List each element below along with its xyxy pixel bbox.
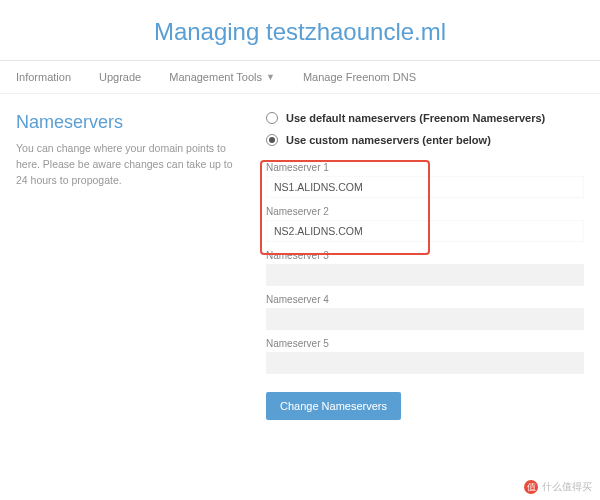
change-nameservers-button[interactable]: Change Nameservers [266,392,401,420]
nameserver-4-input[interactable] [266,308,584,330]
sidebar-info: Nameservers You can change where your do… [16,112,246,420]
tab-upgrade[interactable]: Upgrade [99,71,141,83]
section-title: Nameservers [16,112,246,133]
nameserver-label: Nameserver 1 [266,162,584,173]
tab-management-tools-label: Management Tools [169,71,262,83]
tab-bar: Information Upgrade Management Tools ▼ M… [0,61,600,94]
tab-information[interactable]: Information [16,71,71,83]
form-panel: Use default nameservers (Freenom Nameser… [266,112,584,420]
radio-default-nameservers[interactable]: Use default nameservers (Freenom Nameser… [266,112,584,124]
tab-manage-freenom-dns[interactable]: Manage Freenom DNS [303,71,416,83]
nameserver-2-input[interactable] [266,220,584,242]
watermark: 值 什么值得买 [524,480,592,494]
radio-icon [266,112,278,124]
nameserver-item: Nameserver 3 [266,250,584,286]
nameserver-list: Nameserver 1 Nameserver 2 Nameserver 3 N… [266,162,584,374]
radio-custom-nameservers[interactable]: Use custom nameservers (enter below) [266,134,584,146]
content-area: Nameservers You can change where your do… [0,94,600,420]
nameserver-item: Nameserver 2 [266,206,584,242]
nameserver-label: Nameserver 4 [266,294,584,305]
nameserver-5-input[interactable] [266,352,584,374]
radio-icon [266,134,278,146]
tab-management-tools[interactable]: Management Tools ▼ [169,71,275,83]
nameserver-item: Nameserver 4 [266,294,584,330]
nameserver-item: Nameserver 1 [266,162,584,198]
watermark-text: 什么值得买 [542,480,592,494]
nameserver-3-input[interactable] [266,264,584,286]
chevron-down-icon: ▼ [266,72,275,82]
nameserver-label: Nameserver 5 [266,338,584,349]
radio-custom-label: Use custom nameservers (enter below) [286,134,491,146]
nameserver-item: Nameserver 5 [266,338,584,374]
watermark-badge-icon: 值 [524,480,538,494]
nameserver-1-input[interactable] [266,176,584,198]
nameserver-label: Nameserver 2 [266,206,584,217]
radio-default-label: Use default nameservers (Freenom Nameser… [286,112,545,124]
page-title: Managing testzhaouncle.ml [0,0,600,61]
nameserver-label: Nameserver 3 [266,250,584,261]
help-text: You can change where your domain points … [16,141,246,188]
